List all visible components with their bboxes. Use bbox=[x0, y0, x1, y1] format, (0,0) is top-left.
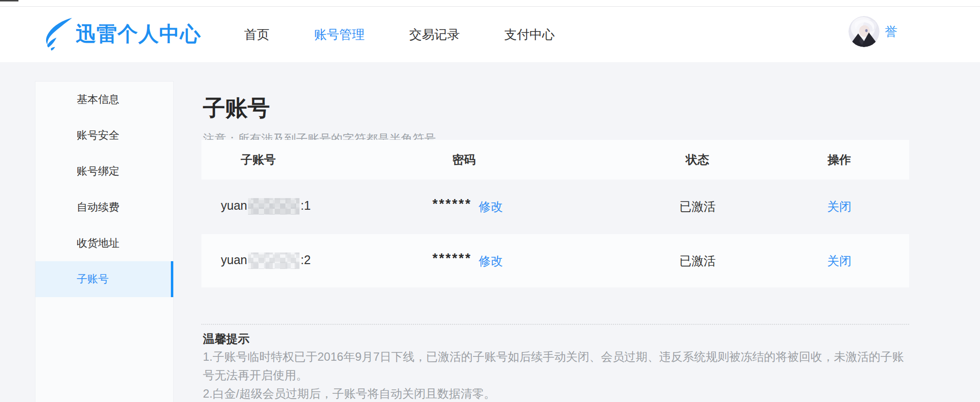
logo-text: 迅雷个人中心 bbox=[76, 20, 201, 48]
tips-list: 1.子账号临时特权已于2016年9月7日下线，已激活的子账号如后续手动关闭、会员… bbox=[203, 348, 909, 402]
column-header-sub-account: 子账号 bbox=[201, 152, 415, 168]
close-sub-account-link[interactable]: 关闭 bbox=[827, 200, 851, 213]
nav-item-account-management[interactable]: 账号管理 bbox=[314, 26, 365, 43]
window-chrome-mark bbox=[0, 0, 18, 1]
sidebar-item-account-binding[interactable]: 账号绑定 bbox=[35, 153, 173, 189]
table-row: yuan:2 ******修改 已激活 关闭 bbox=[201, 234, 909, 287]
status-badge: 已激活 bbox=[565, 253, 798, 269]
sidebar-item-shipping-address[interactable]: 收货地址 bbox=[35, 225, 173, 261]
modify-password-link[interactable]: 修改 bbox=[479, 253, 503, 269]
password-mask: ****** bbox=[432, 198, 472, 211]
nav-item-payment-center[interactable]: 支付中心 bbox=[504, 26, 555, 43]
sub-account-name: yuan:1 bbox=[201, 198, 415, 215]
nav-item-home[interactable]: 首页 bbox=[244, 26, 269, 43]
dotted-divider bbox=[201, 324, 909, 325]
main-nav: 首页 账号管理 交易记录 支付中心 bbox=[244, 7, 555, 62]
sidebar-item-auto-renewal[interactable]: 自动续费 bbox=[35, 189, 173, 225]
tips-title: 温馨提示 bbox=[203, 331, 249, 347]
password-cell: ******修改 bbox=[415, 199, 565, 215]
tip-line: 2.白金/超级会员过期后，子账号将自动关闭且数据清零。 bbox=[203, 385, 909, 402]
tip-line: 1.子账号临时特权已于2016年9月7日下线，已激活的子账号如后续手动关闭、会员… bbox=[203, 348, 909, 385]
column-header-action: 操作 bbox=[798, 152, 909, 168]
sidebar-item-basic-info[interactable]: 基本信息 bbox=[35, 82, 173, 117]
column-header-password: 密码 bbox=[415, 152, 565, 168]
password-mask: ****** bbox=[432, 252, 472, 265]
password-cell: ******修改 bbox=[415, 253, 565, 269]
column-header-status: 状态 bbox=[565, 152, 798, 168]
censored-mosaic bbox=[248, 252, 299, 269]
account-suffix: :1 bbox=[300, 199, 311, 212]
main-content: 子账号 注意：所有涉及到子账号的字符都是半角符号 子账号 密码 状态 操作 yu… bbox=[201, 78, 909, 402]
censored-mosaic bbox=[248, 198, 299, 215]
account-suffix: :2 bbox=[300, 253, 311, 267]
sub-account-name: yuan:2 bbox=[201, 252, 415, 269]
account-prefix: yuan bbox=[221, 199, 247, 212]
nav-item-transactions[interactable]: 交易记录 bbox=[409, 26, 460, 43]
username[interactable]: 誉 bbox=[885, 23, 897, 40]
status-badge: 已激活 bbox=[565, 199, 798, 215]
xunlei-logo[interactable]: 迅雷个人中心 bbox=[42, 15, 201, 53]
page-title: 子账号 bbox=[203, 93, 270, 123]
top-header: 迅雷个人中心 首页 账号管理 交易记录 支付中心 誉 bbox=[0, 0, 980, 62]
account-prefix: yuan bbox=[221, 253, 247, 267]
xunlei-bird-icon bbox=[42, 17, 74, 51]
sidebar: 基本信息 账号安全 账号绑定 自动续费 收货地址 子账号 bbox=[35, 81, 174, 402]
modify-password-link[interactable]: 修改 bbox=[479, 199, 503, 215]
sidebar-item-account-security[interactable]: 账号安全 bbox=[35, 117, 173, 153]
avatar[interactable] bbox=[848, 16, 880, 47]
table-header-row: 子账号 密码 状态 操作 bbox=[201, 140, 909, 180]
user-area: 誉 bbox=[848, 16, 897, 47]
close-sub-account-link[interactable]: 关闭 bbox=[827, 254, 851, 268]
sidebar-item-sub-accounts[interactable]: 子账号 bbox=[35, 261, 173, 297]
table-row: yuan:1 ******修改 已激活 关闭 bbox=[201, 180, 909, 233]
